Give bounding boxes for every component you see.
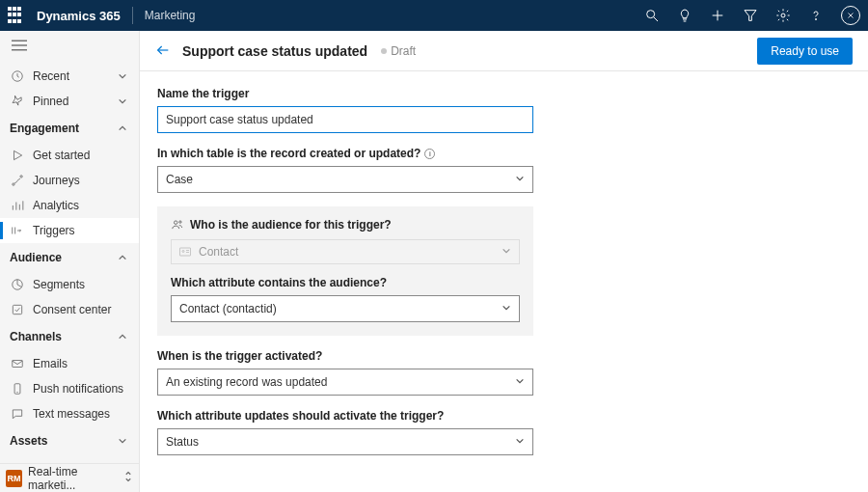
hamburger-icon[interactable] — [0, 31, 139, 64]
clock-icon — [10, 68, 25, 84]
trigger-form: Name the trigger In which table is the r… — [140, 71, 868, 484]
svg-point-5 — [781, 14, 785, 17]
area-label: Real-time marketi... — [28, 465, 123, 492]
nav-label: Triggers — [33, 224, 75, 237]
back-button[interactable] — [155, 42, 173, 60]
chevron-up-icon — [118, 123, 129, 134]
nav-label: Emails — [33, 357, 68, 370]
sidebar-item-consent-center[interactable]: Consent center — [0, 297, 139, 322]
attribute-updates-label: Which attribute updates should activate … — [157, 409, 851, 423]
group-label: Assets — [10, 434, 47, 448]
contact-card-icon — [179, 246, 193, 258]
when-activated-select[interactable]: An existing record was updated — [157, 369, 533, 396]
consent-icon — [10, 302, 25, 317]
name-trigger-label: Name the trigger — [157, 87, 851, 100]
top-navigation-bar: Dynamics 365 Marketing — [0, 0, 868, 31]
nav-label: Pinned — [33, 95, 68, 108]
help-icon[interactable] — [808, 8, 824, 23]
search-icon[interactable] — [644, 8, 660, 23]
chevron-updown-icon — [123, 471, 133, 485]
message-icon — [10, 406, 25, 422]
select-value: Case — [166, 173, 193, 186]
journey-icon — [10, 173, 25, 188]
page-title: Support case status updated — [182, 43, 367, 59]
sidebar-group-channels[interactable]: Channels — [0, 322, 139, 351]
audience-header: Who is the audience for this trigger? — [171, 218, 520, 232]
sidebar-group-engagement[interactable]: Engagement — [0, 114, 139, 143]
chevron-down-icon — [515, 435, 525, 449]
nav-label: Consent center — [33, 303, 111, 316]
sidebar-item-segments[interactable]: Segments — [0, 272, 139, 297]
area-switcher[interactable]: RM Real-time marketi... — [0, 463, 139, 492]
app-launcher-icon[interactable] — [8, 7, 25, 24]
svg-point-31 — [182, 251, 184, 253]
sidebar-item-text[interactable]: Text messages — [0, 401, 139, 426]
audience-attr-select[interactable]: Contact (contactid) — [171, 295, 520, 322]
sidebar-item-pinned[interactable]: Pinned — [0, 89, 139, 114]
chevron-down-icon — [515, 173, 525, 186]
table-label: In which table is the record created or … — [157, 147, 851, 160]
chevron-down-icon — [502, 302, 511, 315]
sidebar-item-analytics[interactable]: Analytics — [0, 193, 139, 218]
group-label: Channels — [10, 330, 62, 343]
svg-rect-24 — [13, 361, 23, 368]
group-label: Engagement — [10, 122, 79, 135]
main-content: Support case status updated Draft Ready … — [140, 31, 868, 492]
filter-icon[interactable] — [743, 8, 758, 23]
user-avatar[interactable] — [841, 6, 860, 25]
when-activated-label: When is the trigger activated? — [157, 349, 851, 363]
area-badge: RM — [6, 470, 22, 487]
info-icon[interactable]: i — [424, 149, 435, 159]
svg-marker-4 — [745, 11, 756, 21]
sidebar-item-triggers[interactable]: Triggers — [0, 218, 139, 243]
table-select[interactable]: Case — [157, 166, 533, 193]
name-trigger-input[interactable] — [157, 106, 533, 133]
sidebar-group-assets[interactable]: Assets — [0, 426, 139, 455]
select-value: Contact — [199, 245, 238, 259]
trigger-icon — [10, 223, 25, 238]
ready-to-use-button[interactable]: Ready to use — [757, 38, 853, 65]
nav-label: Get started — [33, 149, 90, 162]
plus-icon[interactable] — [710, 8, 725, 23]
chevron-up-icon — [118, 331, 129, 342]
play-icon — [10, 148, 25, 163]
brand-label: Dynamics 365 — [37, 9, 121, 23]
nav-label: Segments — [33, 278, 85, 291]
lightbulb-icon[interactable] — [677, 8, 692, 23]
svg-point-28 — [175, 221, 178, 225]
nav-label: Journeys — [33, 174, 80, 187]
gear-icon[interactable] — [775, 8, 791, 23]
audience-entity-select[interactable]: Contact — [171, 239, 520, 264]
svg-marker-13 — [14, 150, 22, 159]
nav-label: Push notifications — [33, 382, 123, 396]
svg-point-6 — [815, 18, 816, 19]
segments-icon — [10, 277, 25, 292]
sidebar-item-push[interactable]: Push notifications — [0, 376, 139, 401]
sidebar-item-journeys[interactable]: Journeys — [0, 168, 139, 193]
chevron-up-icon — [118, 252, 129, 263]
email-icon — [10, 356, 25, 371]
sidebar-item-emails[interactable]: Emails — [0, 351, 139, 376]
svg-point-15 — [20, 176, 22, 178]
audience-attr-label: Which attribute contains the audience? — [171, 276, 520, 289]
svg-point-14 — [13, 183, 14, 185]
svg-line-1 — [654, 17, 658, 21]
svg-point-0 — [647, 11, 655, 18]
nav-label: Analytics — [33, 199, 79, 212]
sidebar-item-get-started[interactable]: Get started — [0, 143, 139, 168]
sidebar-item-recent[interactable]: Recent — [0, 64, 139, 89]
status-dot-icon — [381, 48, 387, 54]
nav-label: Text messages — [33, 407, 110, 421]
status-badge: Draft — [391, 44, 416, 58]
chevron-down-icon — [118, 70, 129, 82]
group-label: Audience — [10, 251, 62, 264]
svg-point-29 — [179, 221, 181, 223]
sidebar: Recent Pinned Engagement Get started Jou… — [0, 31, 140, 492]
svg-rect-30 — [180, 248, 191, 256]
pin-icon — [10, 94, 25, 109]
sidebar-group-audience[interactable]: Audience — [0, 243, 139, 272]
module-label: Marketing — [145, 9, 196, 22]
chevron-down-icon — [118, 435, 129, 447]
attribute-updates-select[interactable]: Status — [157, 428, 533, 455]
page-header: Support case status updated Draft Ready … — [140, 31, 868, 71]
